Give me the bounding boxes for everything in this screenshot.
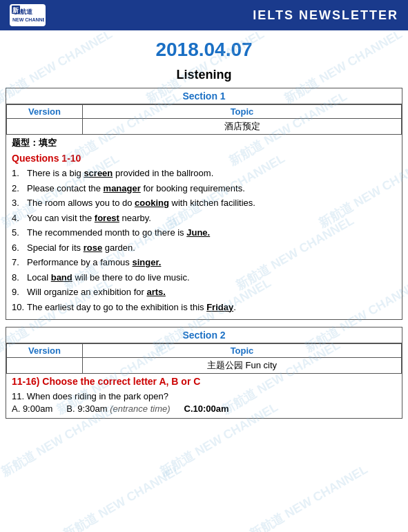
answer-word: rose <box>84 243 102 253</box>
choose-header: 11-16) Choose the correct letter A, B or… <box>6 374 402 390</box>
section2-box: Section 2 Version Topic 主题公园 Fun city 11… <box>6 327 402 419</box>
q-number: 9. <box>12 285 27 299</box>
section2-topic-cell: 主题公园 Fun city <box>83 358 402 374</box>
section1-header: Section 1 <box>6 88 402 104</box>
q-number: 3. <box>12 196 27 210</box>
section1-box: Section 1 Version Topic 酒店预定 题型：填空 Quest… <box>6 88 402 320</box>
q11-text: 11. When does riding in the park open? <box>6 390 402 403</box>
section1-topic-cell: 酒店预定 <box>83 119 402 135</box>
header: 新航道 NEW CHANNEL 新 IELTS NEWSLETTER <box>0 0 408 30</box>
logo-icon: 新航道 NEW CHANNEL 新 <box>10 4 46 26</box>
question-type: 题型：填空 <box>6 135 402 151</box>
q-number: 4. <box>12 211 27 225</box>
q-text: Special for its rose garden. <box>27 241 396 255</box>
section2-topic-header: Topic <box>83 344 402 358</box>
answer-word: manager <box>104 183 141 193</box>
section1-version-cell <box>7 119 83 135</box>
section1-table: Version Topic 酒店预定 <box>6 104 402 135</box>
section2-version-cell <box>7 358 83 374</box>
q-number: 2. <box>12 182 27 196</box>
section1-row: 酒店预定 <box>7 119 402 135</box>
q-text: The room allows you to do cooking with k… <box>27 196 396 210</box>
version-header: Version <box>7 105 83 119</box>
q-text: Please contact the manager for booking r… <box>27 182 396 196</box>
section2-version-header: Version <box>7 344 83 358</box>
table-row: 3.The room allows you to do cooking with… <box>12 196 396 210</box>
answer-word: cooking <box>135 198 169 208</box>
section2-header: Section 2 <box>6 327 402 343</box>
answer-word: arts. <box>146 287 165 297</box>
watermark: 新航道 NEW CHANNEL <box>60 461 184 532</box>
q-number: 10. <box>12 301 27 314</box>
answer-word: singer. <box>132 257 161 267</box>
q-text: Will organize an exhibition for arts. <box>27 285 396 299</box>
q-number: 8. <box>12 271 27 285</box>
answer-word: forest <box>95 213 119 223</box>
table-row: 8.Local band will be there to do live mu… <box>12 271 396 285</box>
question-type-value: 填空 <box>39 137 57 148</box>
q-text: You can visit the forest nearby. <box>27 211 396 225</box>
answer-word: screen <box>84 168 113 178</box>
date-section: 2018.04.07 <box>0 30 408 65</box>
svg-text:新: 新 <box>12 6 19 14</box>
watermark: 新航道 NEW CHANNEL <box>246 461 371 532</box>
q-number: 7. <box>12 256 27 269</box>
q-text: Local band will be there to do live musi… <box>27 271 396 285</box>
header-title: IELTS NEWSLETTER <box>253 8 398 23</box>
answer-word: Friday <box>206 302 233 312</box>
table-row: 6.Special for its rose garden. <box>12 241 396 255</box>
answer-word: June. <box>186 227 210 238</box>
table-row: 10.The earliest day to go to the exhibit… <box>12 301 396 314</box>
q11-option: A. 9:00am <box>12 403 52 414</box>
logo-area: 新航道 NEW CHANNEL 新 <box>10 4 46 26</box>
q-number: 1. <box>12 167 27 180</box>
svg-text:NEW CHANNEL: NEW CHANNEL <box>12 17 44 22</box>
q11-option: B. 9:30am (entrance time) <box>66 403 170 414</box>
q-text: Performance by a famous singer. <box>27 256 396 269</box>
listening-title: Listening <box>0 65 408 88</box>
q11-options: A. 9:00amB. 9:30am (entrance time)C.10:0… <box>6 403 402 418</box>
q-text: The earliest day to go to the exhibition… <box>27 301 396 314</box>
q-number: 5. <box>12 226 27 240</box>
q-text: The recommended month to go there is Jun… <box>27 226 396 240</box>
topic-header: Topic <box>83 105 402 119</box>
section2-row: 主题公园 Fun city <box>7 358 402 374</box>
questions-list: 1.There is a big screen provided in the … <box>6 167 402 319</box>
option-note: (entrance time) <box>110 403 170 414</box>
table-row: 5.The recommended month to go there is J… <box>12 226 396 240</box>
table-row: 1.There is a big screen provided in the … <box>12 167 396 180</box>
table-row: 9.Will organize an exhibition for arts. <box>12 285 396 299</box>
q-number: 6. <box>12 241 27 255</box>
table-row: 4.You can visit the forest nearby. <box>12 211 396 225</box>
q-text: There is a big screen provided in the ba… <box>27 167 396 180</box>
table-row: 2.Please contact the manager for booking… <box>12 182 396 196</box>
answer-word: band <box>51 272 72 283</box>
table-row: 7.Performance by a famous singer. <box>12 256 396 269</box>
q11-option: C.10:00am <box>184 403 229 414</box>
section2-table: Version Topic 主题公园 Fun city <box>6 343 402 374</box>
question-type-label: 题型： <box>12 137 39 148</box>
questions-header: Questions 1-10 <box>6 151 402 167</box>
date-text: 2018.04.07 <box>155 39 252 60</box>
